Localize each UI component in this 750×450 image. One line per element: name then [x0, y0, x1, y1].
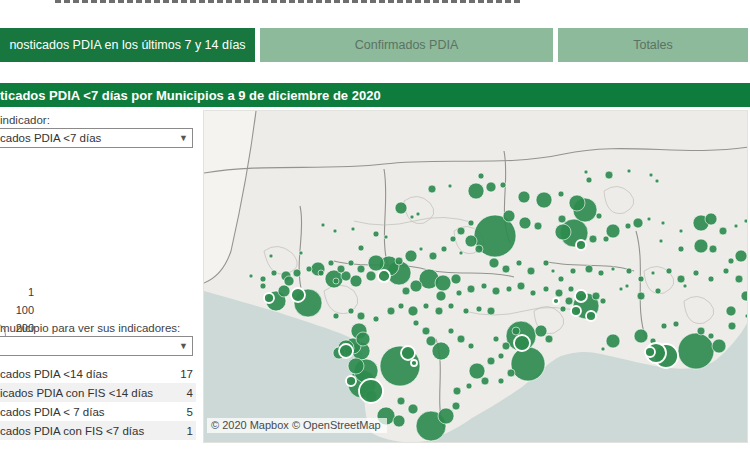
- map-bubble[interactable]: [337, 265, 345, 273]
- map-bubble[interactable]: [428, 185, 436, 193]
- map-bubble[interactable]: [683, 284, 687, 288]
- map-bubble[interactable]: [422, 327, 430, 335]
- map-bubble[interactable]: [339, 344, 353, 358]
- map-bubble[interactable]: [466, 383, 472, 389]
- map-bubble[interactable]: [419, 247, 423, 251]
- map-bubble[interactable]: [469, 363, 485, 379]
- map-bubble[interactable]: [627, 169, 631, 173]
- map-bubble[interactable]: [373, 231, 379, 237]
- map-bubble[interactable]: [673, 321, 679, 327]
- map-bubble[interactable]: [693, 270, 699, 276]
- indicator-dropdown[interactable]: cados PDIA <7 días ▼: [0, 128, 193, 148]
- map-bubble[interactable]: [378, 270, 390, 282]
- map-bubble[interactable]: [291, 288, 305, 302]
- andalusia-bubble-map[interactable]: © 2020 Mapbox © OpenStreetMap: [203, 110, 748, 443]
- table-row[interactable]: cados PDIA <14 días 17: [0, 364, 196, 383]
- map-bubble[interactable]: [565, 297, 573, 305]
- map-bubble[interactable]: [560, 306, 566, 312]
- map-bubble[interactable]: [744, 219, 748, 223]
- map-bubble[interactable]: [586, 177, 592, 183]
- map-bubble[interactable]: [512, 327, 520, 335]
- map-bubble[interactable]: [705, 213, 717, 225]
- map-bubble[interactable]: [558, 215, 566, 223]
- map-bubble[interactable]: [478, 173, 484, 179]
- map-bubble[interactable]: [284, 276, 294, 286]
- map-bubble[interactable]: [468, 220, 474, 226]
- map-bubble[interactable]: [413, 320, 419, 326]
- map-bubble[interactable]: [402, 287, 410, 295]
- map-bubble[interactable]: [260, 276, 266, 282]
- map-bubble[interactable]: [358, 245, 364, 251]
- map-bubble[interactable]: [293, 269, 301, 277]
- map-bubble[interactable]: [405, 250, 417, 262]
- map-bubble[interactable]: [411, 360, 417, 366]
- map-bubble[interactable]: [734, 224, 738, 228]
- map-bubble[interactable]: [709, 245, 717, 253]
- map-bubble[interactable]: [457, 335, 465, 343]
- map-bubble[interactable]: [545, 335, 553, 343]
- map-bubble[interactable]: [518, 191, 530, 203]
- map-bubble[interactable]: [468, 183, 484, 199]
- map-bubble[interactable]: [619, 287, 623, 291]
- map-bubble[interactable]: [506, 286, 512, 292]
- map-bubble[interactable]: [606, 334, 620, 348]
- map-bubble[interactable]: [535, 325, 547, 337]
- map-bubble[interactable]: [611, 267, 615, 271]
- map-bubble[interactable]: [519, 217, 531, 229]
- map-bubble[interactable]: [596, 213, 602, 219]
- map-bubble[interactable]: [395, 257, 403, 265]
- map-bubble[interactable]: [568, 286, 574, 292]
- map-bubble[interactable]: [453, 387, 461, 395]
- map-bubble[interactable]: [697, 327, 705, 335]
- map-bubble[interactable]: [351, 227, 355, 231]
- map-bubble[interactable]: [589, 235, 597, 243]
- map-bubble[interactable]: [435, 275, 451, 291]
- map-canvas[interactable]: [204, 111, 748, 443]
- map-bubble[interactable]: [626, 268, 632, 274]
- map-bubble[interactable]: [735, 275, 743, 283]
- map-bubble[interactable]: [333, 313, 339, 319]
- map-bubble[interactable]: [269, 254, 273, 258]
- map-bubble[interactable]: [493, 336, 499, 342]
- map-bubble[interactable]: [260, 283, 266, 289]
- map-bubble[interactable]: [436, 291, 446, 301]
- map-bubble[interactable]: [634, 329, 648, 343]
- map-bubble[interactable]: [423, 303, 429, 309]
- map-bubble[interactable]: [481, 377, 489, 385]
- map-bubble[interactable]: [503, 210, 515, 222]
- map-bubble[interactable]: [655, 288, 661, 294]
- map-bubble[interactable]: [723, 268, 729, 274]
- map-bubble[interactable]: [456, 290, 462, 296]
- map-bubble[interactable]: [655, 179, 659, 183]
- map-bubble[interactable]: [719, 227, 727, 235]
- map-bubble[interactable]: [333, 278, 339, 284]
- map-bubble[interactable]: [401, 346, 415, 360]
- map-bubble[interactable]: [625, 223, 631, 229]
- map-bubble[interactable]: [679, 229, 683, 233]
- map-bubble[interactable]: [475, 245, 483, 253]
- map-bubble[interactable]: [249, 274, 253, 278]
- map-bubble[interactable]: [576, 240, 586, 250]
- tab-diagnosticados-7-14-dias[interactable]: nosticados PDIA en los últimos 7 y 14 dí…: [0, 28, 255, 62]
- map-bubble[interactable]: [476, 306, 482, 312]
- map-bubble[interactable]: [598, 270, 604, 276]
- tab-totales[interactable]: Totales: [558, 28, 748, 62]
- map-bubble[interactable]: [426, 336, 436, 346]
- map-bubble[interactable]: [368, 255, 384, 271]
- map-bubble[interactable]: [346, 376, 356, 386]
- map-bubble[interactable]: [708, 276, 714, 282]
- map-bubble[interactable]: [451, 274, 461, 284]
- map-bubble[interactable]: [357, 312, 365, 320]
- map-bubble[interactable]: [278, 285, 290, 297]
- map-bubble[interactable]: [350, 275, 362, 287]
- table-row[interactable]: cados PDIA con FIS <7 días 1: [0, 421, 196, 440]
- map-bubble[interactable]: [467, 285, 475, 293]
- map-bubble[interactable]: [397, 397, 405, 405]
- map-bubble[interactable]: [502, 265, 510, 273]
- map-bubble[interactable]: [441, 246, 447, 252]
- map-bubble[interactable]: [649, 173, 653, 177]
- map-bubble[interactable]: [530, 290, 536, 296]
- map-bubble[interactable]: [500, 182, 506, 188]
- map-bubble[interactable]: [481, 283, 487, 289]
- map-bubble[interactable]: [429, 252, 437, 260]
